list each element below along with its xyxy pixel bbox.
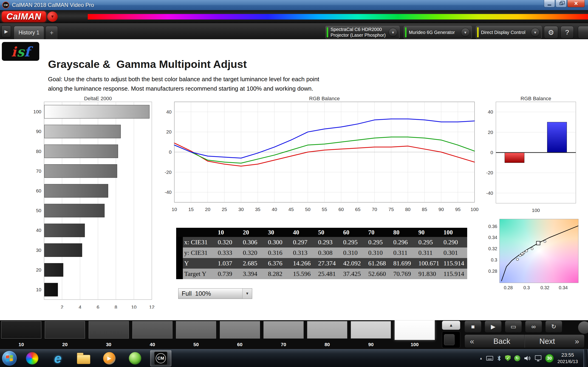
grayscale-step-10[interactable] (1, 321, 41, 339)
grayscale-step-30[interactable] (89, 321, 129, 339)
display-control-dropdown[interactable]: Direct Display Control ▼ (476, 26, 542, 39)
volume-icon[interactable] (524, 355, 531, 361)
table-cell: 3.394 (242, 269, 267, 279)
svg-text:-20: -20 (165, 169, 172, 175)
pattern-preview-swatch (444, 334, 455, 345)
keyboard-icon[interactable] (486, 356, 493, 361)
svg-text:65: 65 (355, 207, 360, 212)
meter-mode: Projector (Laser Phosphor) (330, 32, 389, 38)
table-cell: 115.914 (442, 269, 467, 279)
table-cell: 115.914 (442, 258, 467, 269)
sidebar-expand-button[interactable]: ▶ (1, 25, 11, 37)
svg-text:10: 10 (36, 287, 41, 292)
taskbar-internet-explorer-icon[interactable]: e (47, 350, 69, 366)
restore-button[interactable] (556, 0, 567, 7)
tab-history-1[interactable]: History 1 (14, 26, 44, 39)
chevron-down-icon[interactable]: ▼ (242, 289, 252, 299)
calman-window: CM CalMAN 2018 CalMAN Video Pro × CalMAN… (0, 0, 588, 367)
svg-text:-40: -40 (165, 190, 172, 195)
measurement-table: 102030405060708090100x: CIE310.3200.3060… (176, 228, 467, 279)
taskbar-media-player-icon[interactable]: ▶ (99, 350, 120, 366)
svg-text:40: 40 (488, 109, 493, 115)
chevron-down-icon[interactable]: ▼ (531, 28, 540, 37)
stop-button[interactable]: ■ (464, 321, 481, 333)
chevron-down-icon[interactable]: ▼ (389, 28, 397, 37)
svg-text:8: 8 (115, 304, 117, 309)
close-button[interactable]: × (567, 0, 585, 7)
svg-text:0.32: 0.32 (540, 285, 549, 290)
display-control-name: Direct Display Control (481, 30, 531, 35)
table-cell: 0.295 (417, 237, 442, 248)
grayscale-step-50[interactable] (176, 321, 216, 339)
grayscale-step-20[interactable] (45, 321, 85, 339)
sync-icon[interactable]: ↻ (514, 355, 520, 361)
repeat-button[interactable]: ↻ (545, 321, 562, 333)
pattern-window-button[interactable]: ▭ (505, 321, 522, 333)
svg-text:90: 90 (439, 207, 444, 212)
security-shield-icon[interactable]: ✓ (505, 355, 510, 361)
taskbar-explorer-folder-icon[interactable] (73, 350, 94, 366)
add-tab-button[interactable]: + (45, 26, 58, 39)
svg-text:0.28: 0.28 (504, 285, 513, 290)
back-button[interactable]: Back (479, 337, 524, 346)
start-button[interactable] (2, 351, 17, 366)
table-cell: 25.481 (317, 269, 342, 279)
window-titlebar[interactable]: CM CalMAN 2018 CalMAN Video Pro × (0, 0, 588, 10)
taskbar-green-app-icon[interactable] (124, 350, 146, 366)
settings-gear-button[interactable]: ⚙ (544, 26, 558, 39)
grayscale-step-90[interactable] (351, 321, 391, 339)
pattern-level-dropdown[interactable]: Full 100% ▼ (178, 288, 252, 299)
deltae-bar-50 (44, 204, 104, 217)
continuous-mode-button[interactable]: ∞ (525, 321, 542, 333)
table-col-header-70: 70 (367, 228, 392, 237)
play-button[interactable]: ▶ (485, 321, 502, 333)
taskbar-calman-icon[interactable]: CM (150, 350, 171, 366)
table-corner (183, 228, 216, 237)
taskbar-clock[interactable]: 23:55 2021/6/13 (557, 352, 578, 365)
grayscale-step-70[interactable] (263, 321, 304, 339)
next-chevron-icon[interactable]: » (570, 337, 584, 346)
taskbar-swirl-app-icon[interactable] (22, 350, 43, 366)
grayscale-step-80[interactable] (307, 321, 347, 339)
table-cell: 2.685 (242, 258, 267, 269)
grayscale-step-40[interactable] (132, 321, 173, 339)
deltae-bar-60 (44, 184, 108, 198)
target-white-point-marker (536, 241, 540, 245)
back-chevron-icon[interactable]: « (465, 337, 479, 346)
calman-logo: CalMAN ▼ (2, 11, 58, 22)
clock-date: 2021/6/13 (557, 359, 578, 365)
overflow-button[interactable] (578, 26, 588, 39)
generator-dropdown[interactable]: Murideo 6G Generator ▼ (404, 26, 472, 39)
svg-text:6: 6 (97, 304, 99, 309)
svg-text:55: 55 (322, 207, 327, 212)
next-button[interactable]: Next (525, 337, 570, 346)
grayscale-step-60[interactable] (220, 321, 260, 339)
svg-text:15: 15 (188, 207, 194, 212)
table-cell: 0.308 (317, 248, 342, 258)
meter-dropdown[interactable]: SpectraCal C6 HDR2000 Projector (Laser P… (326, 26, 399, 39)
network-icon[interactable] (535, 355, 541, 360)
chevron-down-icon[interactable]: ▼ (461, 28, 470, 37)
svg-text:0.3: 0.3 (523, 285, 530, 290)
tray-badge[interactable]: 30 (545, 354, 554, 363)
table-cell: 70.769 (392, 269, 417, 279)
table-col-header-60: 60 (342, 228, 367, 237)
pattern-panel-up-button[interactable]: ▲ (442, 321, 460, 330)
deltae-bar-80 (44, 145, 118, 158)
help-button[interactable]: ? (561, 26, 574, 39)
table-col-header-40: 40 (292, 228, 317, 237)
svg-text:100: 100 (33, 109, 41, 114)
svg-text:100: 100 (532, 208, 540, 213)
svg-text:30: 30 (36, 248, 41, 253)
minimize-button[interactable] (544, 0, 555, 7)
pattern-preview-panel[interactable] (442, 331, 460, 348)
hidden-icons-caret-icon[interactable]: ▲ (479, 357, 483, 360)
deltae-2000-chart: DeltaE 200024681012100908070605040302010 (32, 95, 163, 309)
rgb-balance-bar-chart: RGB Balance40200-20-40100 (482, 95, 588, 215)
svg-text:0.32: 0.32 (488, 246, 497, 251)
bluetooth-icon[interactable] (497, 355, 502, 361)
rainbow-stripe (88, 14, 588, 19)
show-desktop-button[interactable] (583, 349, 587, 367)
grayscale-step-100[interactable] (395, 320, 435, 340)
svg-text:80: 80 (405, 207, 410, 212)
